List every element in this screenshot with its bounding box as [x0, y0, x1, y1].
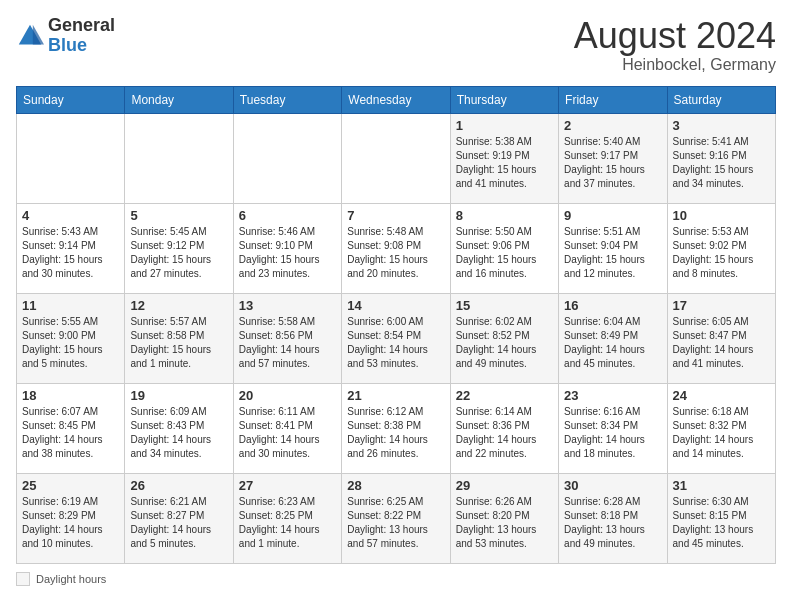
day-info: Sunrise: 6:04 AM Sunset: 8:49 PM Dayligh…	[564, 315, 661, 371]
day-header-tuesday: Tuesday	[233, 86, 341, 113]
day-number: 15	[456, 298, 553, 313]
day-info: Sunrise: 5:57 AM Sunset: 8:58 PM Dayligh…	[130, 315, 227, 371]
day-number: 3	[673, 118, 770, 133]
day-info: Sunrise: 6:12 AM Sunset: 8:38 PM Dayligh…	[347, 405, 444, 461]
day-info: Sunrise: 6:18 AM Sunset: 8:32 PM Dayligh…	[673, 405, 770, 461]
calendar-cell: 31Sunrise: 6:30 AM Sunset: 8:15 PM Dayli…	[667, 473, 775, 563]
day-info: Sunrise: 6:28 AM Sunset: 8:18 PM Dayligh…	[564, 495, 661, 551]
logo-general: General	[48, 15, 115, 35]
day-number: 31	[673, 478, 770, 493]
day-info: Sunrise: 5:45 AM Sunset: 9:12 PM Dayligh…	[130, 225, 227, 281]
calendar-cell: 14Sunrise: 6:00 AM Sunset: 8:54 PM Dayli…	[342, 293, 450, 383]
day-number: 6	[239, 208, 336, 223]
day-info: Sunrise: 5:51 AM Sunset: 9:04 PM Dayligh…	[564, 225, 661, 281]
day-number: 24	[673, 388, 770, 403]
logo-blue: Blue	[48, 35, 87, 55]
calendar-cell	[233, 113, 341, 203]
calendar-cell: 7Sunrise: 5:48 AM Sunset: 9:08 PM Daylig…	[342, 203, 450, 293]
calendar-week-row: 25Sunrise: 6:19 AM Sunset: 8:29 PM Dayli…	[17, 473, 776, 563]
day-info: Sunrise: 6:16 AM Sunset: 8:34 PM Dayligh…	[564, 405, 661, 461]
day-header-sunday: Sunday	[17, 86, 125, 113]
day-number: 17	[673, 298, 770, 313]
calendar-cell: 20Sunrise: 6:11 AM Sunset: 8:41 PM Dayli…	[233, 383, 341, 473]
calendar-cell: 1Sunrise: 5:38 AM Sunset: 9:19 PM Daylig…	[450, 113, 558, 203]
day-info: Sunrise: 6:09 AM Sunset: 8:43 PM Dayligh…	[130, 405, 227, 461]
day-info: Sunrise: 6:07 AM Sunset: 8:45 PM Dayligh…	[22, 405, 119, 461]
day-header-saturday: Saturday	[667, 86, 775, 113]
calendar-cell: 26Sunrise: 6:21 AM Sunset: 8:27 PM Dayli…	[125, 473, 233, 563]
calendar-cell: 11Sunrise: 5:55 AM Sunset: 9:00 PM Dayli…	[17, 293, 125, 383]
svg-marker-1	[33, 25, 44, 45]
calendar-cell: 13Sunrise: 5:58 AM Sunset: 8:56 PM Dayli…	[233, 293, 341, 383]
calendar-cell: 18Sunrise: 6:07 AM Sunset: 8:45 PM Dayli…	[17, 383, 125, 473]
day-number: 11	[22, 298, 119, 313]
calendar-week-row: 4Sunrise: 5:43 AM Sunset: 9:14 PM Daylig…	[17, 203, 776, 293]
day-number: 1	[456, 118, 553, 133]
day-info: Sunrise: 5:40 AM Sunset: 9:17 PM Dayligh…	[564, 135, 661, 191]
day-header-wednesday: Wednesday	[342, 86, 450, 113]
day-info: Sunrise: 5:55 AM Sunset: 9:00 PM Dayligh…	[22, 315, 119, 371]
day-number: 9	[564, 208, 661, 223]
calendar-cell	[17, 113, 125, 203]
day-number: 27	[239, 478, 336, 493]
day-info: Sunrise: 6:26 AM Sunset: 8:20 PM Dayligh…	[456, 495, 553, 551]
calendar-cell: 3Sunrise: 5:41 AM Sunset: 9:16 PM Daylig…	[667, 113, 775, 203]
calendar-week-row: 1Sunrise: 5:38 AM Sunset: 9:19 PM Daylig…	[17, 113, 776, 203]
day-info: Sunrise: 6:11 AM Sunset: 8:41 PM Dayligh…	[239, 405, 336, 461]
calendar-cell: 29Sunrise: 6:26 AM Sunset: 8:20 PM Dayli…	[450, 473, 558, 563]
day-number: 7	[347, 208, 444, 223]
day-info: Sunrise: 5:46 AM Sunset: 9:10 PM Dayligh…	[239, 225, 336, 281]
day-info: Sunrise: 5:53 AM Sunset: 9:02 PM Dayligh…	[673, 225, 770, 281]
calendar-cell: 10Sunrise: 5:53 AM Sunset: 9:02 PM Dayli…	[667, 203, 775, 293]
day-info: Sunrise: 5:38 AM Sunset: 9:19 PM Dayligh…	[456, 135, 553, 191]
location-title: Heinbockel, Germany	[574, 56, 776, 74]
calendar-cell: 12Sunrise: 5:57 AM Sunset: 8:58 PM Dayli…	[125, 293, 233, 383]
day-number: 14	[347, 298, 444, 313]
calendar-cell: 22Sunrise: 6:14 AM Sunset: 8:36 PM Dayli…	[450, 383, 558, 473]
day-number: 28	[347, 478, 444, 493]
day-number: 4	[22, 208, 119, 223]
logo-icon	[16, 22, 44, 50]
day-number: 2	[564, 118, 661, 133]
calendar-cell: 2Sunrise: 5:40 AM Sunset: 9:17 PM Daylig…	[559, 113, 667, 203]
calendar-cell: 17Sunrise: 6:05 AM Sunset: 8:47 PM Dayli…	[667, 293, 775, 383]
calendar-cell: 8Sunrise: 5:50 AM Sunset: 9:06 PM Daylig…	[450, 203, 558, 293]
day-number: 22	[456, 388, 553, 403]
calendar-cell: 15Sunrise: 6:02 AM Sunset: 8:52 PM Dayli…	[450, 293, 558, 383]
calendar-cell: 5Sunrise: 5:45 AM Sunset: 9:12 PM Daylig…	[125, 203, 233, 293]
day-number: 20	[239, 388, 336, 403]
daylight-label: Daylight hours	[36, 573, 106, 585]
daylight-box	[16, 572, 30, 586]
day-info: Sunrise: 5:50 AM Sunset: 9:06 PM Dayligh…	[456, 225, 553, 281]
calendar-cell	[342, 113, 450, 203]
calendar-cell: 25Sunrise: 6:19 AM Sunset: 8:29 PM Dayli…	[17, 473, 125, 563]
calendar-week-row: 11Sunrise: 5:55 AM Sunset: 9:00 PM Dayli…	[17, 293, 776, 383]
day-info: Sunrise: 5:41 AM Sunset: 9:16 PM Dayligh…	[673, 135, 770, 191]
page-header: General Blue August 2024 Heinbockel, Ger…	[16, 16, 776, 74]
calendar-cell	[125, 113, 233, 203]
footer: Daylight hours	[16, 572, 776, 586]
day-number: 25	[22, 478, 119, 493]
day-info: Sunrise: 6:19 AM Sunset: 8:29 PM Dayligh…	[22, 495, 119, 551]
calendar-week-row: 18Sunrise: 6:07 AM Sunset: 8:45 PM Dayli…	[17, 383, 776, 473]
calendar-cell: 23Sunrise: 6:16 AM Sunset: 8:34 PM Dayli…	[559, 383, 667, 473]
day-info: Sunrise: 6:21 AM Sunset: 8:27 PM Dayligh…	[130, 495, 227, 551]
day-number: 30	[564, 478, 661, 493]
day-info: Sunrise: 6:30 AM Sunset: 8:15 PM Dayligh…	[673, 495, 770, 551]
calendar-cell: 21Sunrise: 6:12 AM Sunset: 8:38 PM Dayli…	[342, 383, 450, 473]
day-number: 10	[673, 208, 770, 223]
day-number: 13	[239, 298, 336, 313]
day-number: 8	[456, 208, 553, 223]
calendar-cell: 28Sunrise: 6:25 AM Sunset: 8:22 PM Dayli…	[342, 473, 450, 563]
day-info: Sunrise: 6:14 AM Sunset: 8:36 PM Dayligh…	[456, 405, 553, 461]
day-info: Sunrise: 6:00 AM Sunset: 8:54 PM Dayligh…	[347, 315, 444, 371]
day-number: 23	[564, 388, 661, 403]
day-info: Sunrise: 5:43 AM Sunset: 9:14 PM Dayligh…	[22, 225, 119, 281]
day-info: Sunrise: 6:02 AM Sunset: 8:52 PM Dayligh…	[456, 315, 553, 371]
day-number: 19	[130, 388, 227, 403]
day-info: Sunrise: 5:58 AM Sunset: 8:56 PM Dayligh…	[239, 315, 336, 371]
month-title: August 2024	[574, 16, 776, 56]
day-number: 26	[130, 478, 227, 493]
day-info: Sunrise: 6:05 AM Sunset: 8:47 PM Dayligh…	[673, 315, 770, 371]
day-header-friday: Friday	[559, 86, 667, 113]
